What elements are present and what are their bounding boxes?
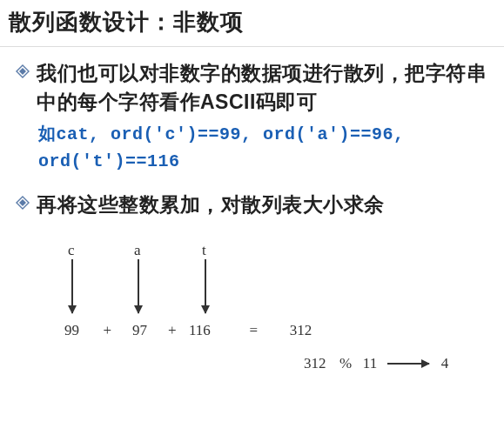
slide-title: 散列函数设计：非数项 <box>0 0 504 46</box>
arrow-down-icon <box>138 259 139 313</box>
svg-marker-3 <box>19 199 26 206</box>
bullet-2: 再将这些整数累加，对散列表大小求余 <box>16 191 494 219</box>
num-116: 116 <box>189 322 224 339</box>
sum-equation: 99 + 97 + 116 = 312 <box>64 322 319 339</box>
arrow-down-icon <box>71 259 73 313</box>
mod-op: % <box>333 355 358 372</box>
char-t: t <box>202 242 206 259</box>
num-99: 99 <box>64 322 91 339</box>
ascii-diagram: c a t 99 + 97 + 116 = 312 312 % 11 4 <box>64 242 494 372</box>
char-a: a <box>134 242 141 259</box>
mod-312: 312 <box>304 355 333 372</box>
bullet-1-text: 我们也可以对非数字的数据项进行散列，把字符串中的每个字符看作ASCII码即可 <box>37 59 494 117</box>
equals: = <box>227 322 279 339</box>
arrow-right-icon <box>387 363 429 365</box>
result-4: 4 <box>436 355 454 372</box>
diamond-bullet-icon <box>16 196 30 210</box>
num-97: 97 <box>124 322 156 339</box>
sum-312: 312 <box>284 322 319 339</box>
bullet-1: 我们也可以对非数字的数据项进行散列，把字符串中的每个字符看作ASCII码即可 <box>16 59 494 117</box>
diamond-bullet-icon <box>16 64 30 78</box>
arrow-down-icon <box>205 259 206 313</box>
divider <box>0 46 504 47</box>
bullet-2-text: 再将这些整数累加，对散列表大小求余 <box>37 191 385 219</box>
content-area: 我们也可以对非数字的数据项进行散列，把字符串中的每个字符看作ASCII码即可 如… <box>0 54 504 372</box>
plus-1: + <box>94 322 120 339</box>
mod-11: 11 <box>358 355 382 372</box>
plus-2: + <box>159 322 185 339</box>
char-c: c <box>68 242 75 259</box>
svg-marker-1 <box>19 68 26 75</box>
code-line-2: ord('t')==116 <box>38 148 494 175</box>
code-line-1: 如cat, ord('c')==99, ord('a')==96, <box>38 121 494 148</box>
mod-equation: 312 % 11 4 <box>304 355 454 372</box>
